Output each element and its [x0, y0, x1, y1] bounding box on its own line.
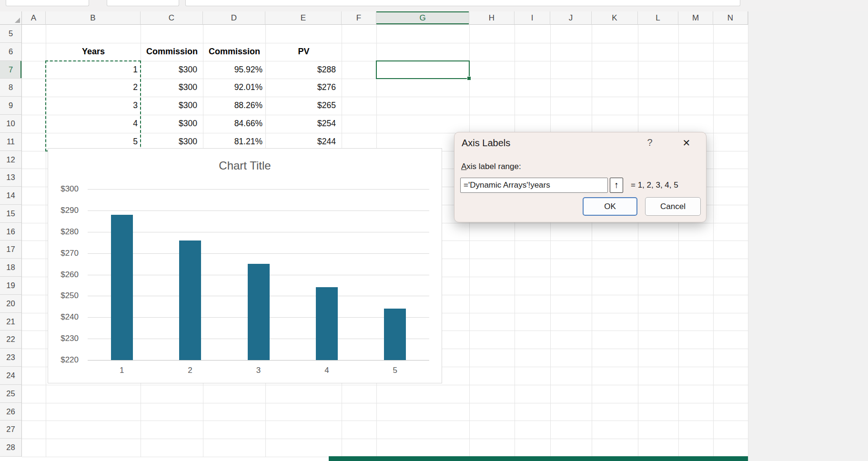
column-header-D[interactable]: D — [203, 11, 265, 25]
column-header-J[interactable]: J — [550, 11, 592, 25]
y-axis-label: $280 — [48, 227, 79, 237]
column-header-F[interactable]: F — [342, 11, 376, 25]
x-axis-label: 4 — [303, 366, 351, 375]
cancel-button[interactable]: Cancel — [645, 197, 701, 216]
range-selector-button[interactable]: ↑ — [610, 178, 623, 193]
x-axis-label: 5 — [371, 366, 419, 375]
window-right-edge — [748, 0, 868, 461]
cell[interactable]: 95.92% — [203, 61, 265, 79]
label-accelerator: A — [461, 162, 466, 171]
column-header-L[interactable]: L — [638, 11, 678, 25]
column-header-K[interactable]: K — [592, 11, 638, 25]
chart-bar[interactable] — [316, 287, 338, 360]
axis-label-range-label: Axis label range: — [461, 162, 521, 171]
cell[interactable]: $300 — [141, 61, 203, 79]
cell[interactable]: PV — [266, 43, 342, 61]
cell[interactable]: 92.01% — [203, 79, 265, 97]
row-header-16[interactable]: 16 — [0, 223, 22, 241]
row-header-15[interactable]: 15 — [0, 205, 22, 223]
cell[interactable]: Commission — [203, 43, 265, 61]
gridline — [748, 25, 748, 457]
row-header-12[interactable]: 12 — [0, 151, 22, 169]
row-header-5[interactable]: 5 — [0, 25, 22, 43]
status-bar-sliver — [329, 456, 748, 461]
chart-title[interactable]: Chart Title — [48, 159, 442, 172]
ok-button[interactable]: OK — [583, 197, 637, 216]
y-axis-label: $260 — [48, 270, 79, 280]
row-header-13[interactable]: 13 — [0, 169, 22, 187]
row-header-21[interactable]: 21 — [0, 313, 22, 331]
selected-cell-G7[interactable] — [376, 60, 470, 80]
chart-bar[interactable] — [179, 241, 201, 360]
chart[interactable]: Chart Title $220$230$240$250$260$270$280… — [48, 148, 442, 383]
y-axis-label: $240 — [48, 312, 79, 322]
row-header-28[interactable]: 28 — [0, 439, 22, 457]
select-all-corner[interactable] — [0, 11, 22, 25]
chart-gridline — [88, 189, 429, 190]
column-header-H[interactable]: H — [469, 11, 515, 25]
gridline — [22, 439, 748, 439]
cell[interactable]: $300 — [141, 79, 203, 97]
row-header-22[interactable]: 22 — [0, 331, 22, 349]
chart-bar[interactable] — [248, 264, 270, 360]
row-header-7[interactable]: 7 — [0, 61, 22, 79]
cell[interactable]: $276 — [266, 79, 342, 97]
column-header-I[interactable]: I — [515, 11, 550, 25]
x-axis-label: 2 — [166, 366, 214, 375]
chart-gridline — [88, 232, 429, 232]
close-icon[interactable]: ✕ — [680, 137, 693, 149]
chart-bar[interactable] — [111, 215, 133, 360]
axis-labels-dialog: Axis Labels ? ✕ Axis label range: ↑ = 1,… — [454, 132, 707, 222]
row-header-11[interactable]: 11 — [0, 133, 22, 151]
gridline — [22, 385, 748, 385]
column-header-G[interactable]: G — [376, 11, 469, 25]
row-header-8[interactable]: 8 — [0, 79, 22, 97]
cell[interactable]: 1 — [46, 61, 141, 79]
chart-gridline — [88, 210, 429, 211]
cell[interactable]: $300 — [141, 97, 203, 115]
column-header-B[interactable]: B — [46, 11, 141, 25]
cell[interactable]: $265 — [266, 97, 342, 115]
row-header-17[interactable]: 17 — [0, 241, 22, 259]
cell[interactable]: 4 — [46, 115, 141, 133]
row-header-26[interactable]: 26 — [0, 403, 22, 421]
cell[interactable]: Commission — [141, 43, 203, 61]
cell[interactable]: $300 — [141, 115, 203, 133]
row-header-6[interactable]: 6 — [0, 43, 22, 61]
row-header-19[interactable]: 19 — [0, 277, 22, 295]
row-header-24[interactable]: 24 — [0, 367, 22, 385]
dialog-title: Axis Labels — [462, 138, 510, 149]
cell[interactable]: 3 — [46, 97, 141, 115]
chart-gridline — [88, 360, 429, 361]
collapse-dialog-up-arrow-icon: ↑ — [614, 180, 619, 190]
row-header-14[interactable]: 14 — [0, 187, 22, 205]
toolbar-remnant-1 — [6, 0, 89, 6]
row-header-25[interactable]: 25 — [0, 385, 22, 403]
column-header-N[interactable]: N — [713, 11, 748, 25]
row-header-9[interactable]: 9 — [0, 97, 22, 115]
fill-handle[interactable] — [467, 76, 471, 80]
chart-bar[interactable] — [384, 309, 406, 360]
chart-gridline — [88, 253, 429, 254]
row-header-20[interactable]: 20 — [0, 295, 22, 313]
cell[interactable]: $288 — [266, 61, 342, 79]
cell[interactable]: $254 — [266, 115, 342, 133]
row-header-18[interactable]: 18 — [0, 259, 22, 277]
cell[interactable]: 84.66% — [203, 115, 265, 133]
column-header-M[interactable]: M — [678, 11, 713, 25]
column-header-E[interactable]: E — [265, 11, 342, 25]
row-header-27[interactable]: 27 — [0, 421, 22, 439]
formula-bar-remnant — [185, 0, 740, 6]
row-header-23[interactable]: 23 — [0, 349, 22, 367]
column-header-A[interactable]: A — [22, 11, 46, 25]
y-axis-label: $230 — [48, 334, 79, 343]
help-icon[interactable]: ? — [644, 137, 656, 149]
cell[interactable]: Years — [46, 43, 141, 61]
gridline — [22, 403, 748, 403]
cell[interactable]: 88.26% — [203, 97, 265, 115]
cell[interactable]: 2 — [46, 79, 141, 97]
row-header-10[interactable]: 10 — [0, 115, 22, 133]
column-header-C[interactable]: C — [141, 11, 203, 25]
y-axis-label: $300 — [48, 184, 79, 194]
axis-label-range-input[interactable] — [460, 178, 608, 193]
